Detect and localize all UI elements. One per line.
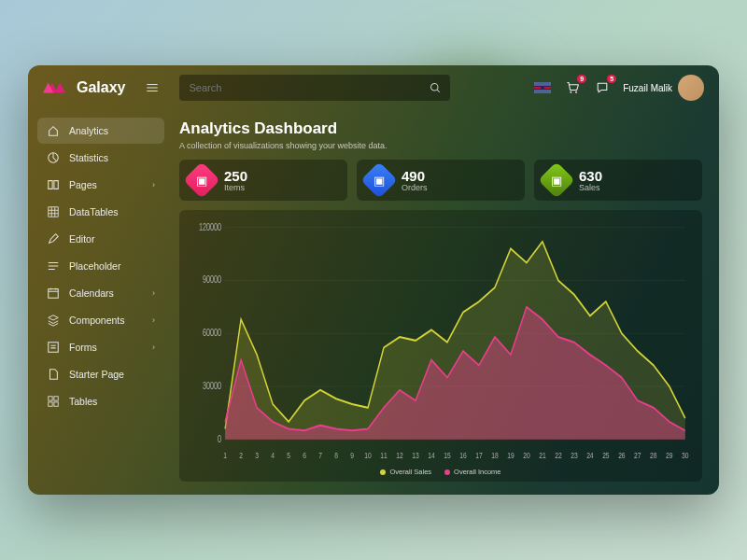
legend-label: Overall Sales [389, 468, 431, 476]
menu-toggle-button[interactable] [142, 77, 162, 98]
page-title: Analytics Dashboard [179, 119, 702, 138]
tiles-icon [47, 395, 60, 408]
topbar: Galaxy 9 5 Fuzail Malik [28, 65, 719, 110]
chevron-right-icon: › [152, 343, 155, 352]
chart-panel: 0300006000090000120000123456789101112131… [179, 210, 702, 482]
svg-text:4: 4 [271, 451, 275, 460]
nav-label: Statistics [69, 152, 155, 163]
legend-label: Overall Income [454, 468, 500, 476]
user-name: Fuzail Malik [623, 83, 672, 93]
svg-text:1: 1 [223, 451, 227, 460]
legend-dot-icon [444, 469, 450, 475]
svg-text:0: 0 [218, 433, 221, 444]
svg-text:13: 13 [412, 451, 419, 460]
user-menu[interactable]: Fuzail Malik [623, 75, 704, 101]
svg-text:30000: 30000 [203, 381, 221, 392]
hamburger-icon [146, 81, 159, 94]
svg-rect-7 [54, 397, 58, 400]
legend-item: Overall Income [444, 468, 500, 476]
logo-icon [43, 79, 69, 96]
svg-text:22: 22 [555, 451, 562, 460]
sidebar-item-forms[interactable]: Forms› [37, 334, 164, 360]
svg-text:29: 29 [666, 451, 673, 460]
language-selector[interactable] [533, 78, 552, 97]
stat-value: 250 [224, 169, 247, 183]
notif-badge: 5 [607, 75, 616, 83]
svg-text:15: 15 [444, 451, 451, 460]
stat-card-orders[interactable]: ▣490Orders [357, 160, 525, 201]
stat-icon: ▣ [183, 161, 220, 199]
line-chart: 0300006000090000120000123456789101112131… [190, 219, 691, 464]
svg-point-0 [431, 84, 439, 91]
home-icon [47, 124, 60, 137]
svg-rect-5 [49, 343, 59, 353]
svg-text:17: 17 [475, 451, 483, 460]
sidebar-item-editor[interactable]: Editor [37, 226, 164, 252]
svg-text:7: 7 [318, 451, 322, 460]
svg-text:60000: 60000 [203, 328, 221, 339]
cart-button[interactable]: 9 [563, 78, 582, 97]
sidebar-item-placeholder[interactable]: Placeholder [37, 253, 164, 279]
sidebar-item-datatables[interactable]: DataTables [37, 199, 164, 225]
chart-area: 0300006000090000120000123456789101112131… [190, 219, 691, 464]
nav-label: Tables [69, 396, 155, 407]
svg-text:20: 20 [523, 451, 530, 460]
svg-text:9: 9 [350, 451, 354, 460]
sidebar-item-calendars[interactable]: Calendars› [37, 280, 164, 306]
nav-label: Editor [69, 233, 155, 245]
svg-text:10: 10 [364, 451, 372, 460]
app-window: Galaxy 9 5 Fuzail Malik AnalyticsStatist… [28, 65, 719, 495]
nav-label: Placeholder [69, 260, 155, 272]
page-icon [47, 368, 60, 381]
svg-text:23: 23 [571, 451, 578, 460]
legend-item: Overall Sales [380, 468, 431, 476]
notifications-button[interactable]: 5 [593, 78, 612, 97]
chevron-right-icon: › [152, 288, 155, 298]
nav-label: Calendars [69, 287, 143, 299]
stat-card-sales[interactable]: ▣630Sales [534, 160, 702, 201]
svg-text:25: 25 [602, 451, 610, 460]
svg-text:2: 2 [239, 451, 243, 460]
search-box[interactable] [179, 75, 450, 101]
avatar [678, 75, 704, 101]
sidebar-item-pages[interactable]: Pages› [37, 172, 164, 198]
brand-logo[interactable]: Galaxy [43, 79, 125, 96]
svg-rect-4 [49, 289, 59, 299]
sidebar-item-statistics[interactable]: Statistics [37, 145, 164, 171]
cart-icon [565, 80, 580, 95]
svg-text:26: 26 [618, 451, 626, 460]
stat-label: Orders [402, 183, 428, 192]
legend-dot-icon [380, 469, 386, 475]
svg-text:21: 21 [539, 451, 546, 460]
stat-value: 630 [579, 169, 602, 183]
svg-text:6: 6 [303, 451, 306, 460]
main-content: Analytics Dashboard A collection of visu… [174, 110, 719, 495]
sidebar-item-tables[interactable]: Tables [37, 388, 164, 414]
stat-value: 490 [402, 169, 428, 183]
svg-text:14: 14 [428, 451, 435, 460]
sidebar: AnalyticsStatisticsPages›DataTablesEdito… [28, 110, 174, 495]
stat-label: Items [224, 183, 247, 192]
nav-label: Starter Page [69, 369, 155, 380]
svg-text:16: 16 [459, 451, 467, 460]
search-icon [430, 82, 441, 93]
search-input[interactable] [189, 82, 430, 93]
chart-legend: Overall SalesOverall Income [190, 464, 691, 476]
svg-text:5: 5 [287, 451, 290, 460]
nav-label: Analytics [69, 125, 155, 136]
flag-uk-icon [534, 82, 551, 93]
svg-text:30: 30 [682, 451, 689, 460]
sidebar-item-analytics[interactable]: Analytics [37, 118, 164, 144]
sidebar-item-components[interactable]: Components› [37, 307, 164, 333]
lines-icon [47, 259, 60, 273]
stat-card-items[interactable]: ▣250Items [179, 160, 347, 201]
svg-text:18: 18 [491, 451, 499, 460]
svg-text:3: 3 [255, 451, 259, 460]
sidebar-item-starter-page[interactable]: Starter Page [37, 361, 164, 387]
nav-label: Components [69, 315, 143, 326]
svg-text:28: 28 [650, 451, 657, 460]
stats-row: ▣250Items▣490Orders▣630Sales [179, 160, 702, 201]
chat-icon [595, 80, 610, 95]
svg-rect-9 [54, 402, 58, 406]
svg-text:90000: 90000 [203, 274, 221, 286]
